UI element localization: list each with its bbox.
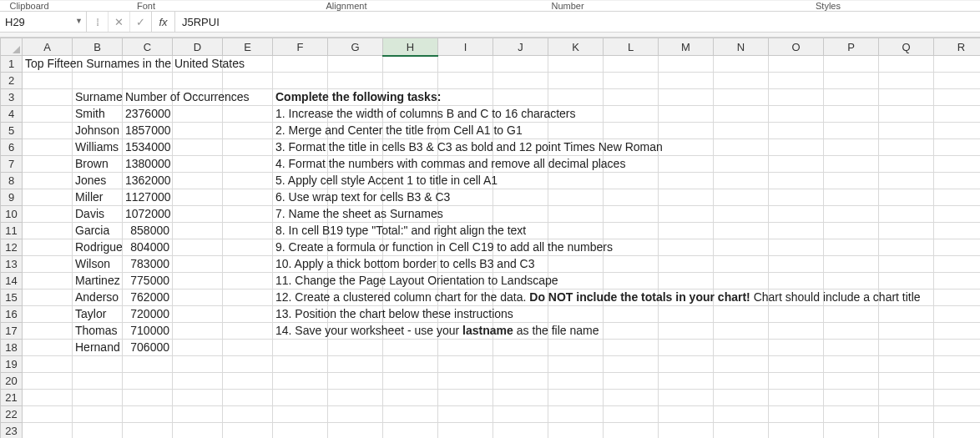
cell-F1[interactable] bbox=[273, 56, 328, 73]
cell-N7[interactable] bbox=[714, 156, 769, 173]
cell-A15[interactable] bbox=[23, 289, 73, 306]
cell-O6[interactable] bbox=[769, 139, 824, 156]
cell-B23[interactable] bbox=[73, 423, 123, 439]
cell-N5[interactable] bbox=[714, 123, 769, 139]
row-header-3[interactable]: 3 bbox=[1, 89, 23, 106]
cell-I10[interactable] bbox=[438, 206, 493, 223]
cell-P3[interactable] bbox=[824, 89, 879, 106]
cell-P2[interactable] bbox=[824, 73, 879, 89]
cell-B13[interactable]: Wilson bbox=[73, 256, 123, 273]
cell-C12[interactable]: 804000 bbox=[123, 239, 173, 256]
cell-J1[interactable] bbox=[493, 56, 548, 73]
cell-J8[interactable] bbox=[493, 173, 548, 189]
column-header-B[interactable]: B bbox=[73, 38, 123, 56]
cell-A6[interactable] bbox=[23, 139, 73, 156]
cell-K2[interactable] bbox=[548, 73, 604, 89]
cell-P9[interactable] bbox=[824, 189, 879, 206]
cell-K10[interactable] bbox=[548, 206, 604, 223]
cell-N21[interactable] bbox=[714, 390, 769, 406]
cell-P8[interactable] bbox=[824, 173, 879, 189]
cell-M18[interactable] bbox=[659, 340, 714, 356]
cell-B11[interactable]: Garcia bbox=[73, 223, 123, 239]
cell-B2[interactable] bbox=[73, 73, 123, 89]
cell-J22[interactable] bbox=[493, 406, 548, 423]
cell-R7[interactable] bbox=[934, 156, 981, 173]
cell-L3[interactable] bbox=[604, 89, 659, 106]
cell-F13[interactable]: 10. Apply a thick bottom border to cells… bbox=[273, 256, 328, 273]
cell-M1[interactable] bbox=[659, 56, 714, 73]
cell-L21[interactable] bbox=[604, 390, 659, 406]
cell-M10[interactable] bbox=[659, 206, 714, 223]
cell-O19[interactable] bbox=[769, 356, 824, 373]
cell-D6[interactable] bbox=[173, 139, 223, 156]
row-header-14[interactable]: 14 bbox=[1, 273, 23, 289]
cell-E11[interactable] bbox=[223, 223, 273, 239]
cell-C5[interactable]: 1857000 bbox=[123, 123, 173, 139]
cell-D21[interactable] bbox=[173, 390, 223, 406]
cell-Q8[interactable] bbox=[879, 173, 934, 189]
cell-L23[interactable] bbox=[604, 423, 659, 439]
cell-M5[interactable] bbox=[659, 123, 714, 139]
cell-L18[interactable] bbox=[604, 340, 659, 356]
cell-F18[interactable] bbox=[273, 340, 328, 356]
cell-H18[interactable] bbox=[383, 340, 438, 356]
cell-D2[interactable] bbox=[173, 73, 223, 89]
cell-F7[interactable]: 4. Format the numbers with commas and re… bbox=[273, 156, 328, 173]
row-header-6[interactable]: 6 bbox=[1, 139, 23, 156]
cell-M3[interactable] bbox=[659, 89, 714, 106]
cell-R18[interactable] bbox=[934, 340, 981, 356]
cell-H20[interactable] bbox=[383, 373, 438, 390]
cell-C11[interactable]: 858000 bbox=[123, 223, 173, 239]
cell-K23[interactable] bbox=[548, 423, 604, 439]
cell-L14[interactable] bbox=[604, 273, 659, 289]
cell-Q5[interactable] bbox=[879, 123, 934, 139]
cell-D8[interactable] bbox=[173, 173, 223, 189]
cell-E9[interactable] bbox=[223, 189, 273, 206]
cell-R16[interactable] bbox=[934, 306, 981, 323]
cell-A13[interactable] bbox=[23, 256, 73, 273]
cell-O7[interactable] bbox=[769, 156, 824, 173]
cell-I21[interactable] bbox=[438, 390, 493, 406]
cell-A7[interactable] bbox=[23, 156, 73, 173]
cell-H23[interactable] bbox=[383, 423, 438, 439]
cell-N11[interactable] bbox=[714, 223, 769, 239]
cell-B3[interactable]: Surname bbox=[73, 89, 123, 106]
cell-L13[interactable] bbox=[604, 256, 659, 273]
cell-J2[interactable] bbox=[493, 73, 548, 89]
cell-R2[interactable] bbox=[934, 73, 981, 89]
cell-Q2[interactable] bbox=[879, 73, 934, 89]
cell-O1[interactable] bbox=[769, 56, 824, 73]
cell-K1[interactable] bbox=[548, 56, 604, 73]
cell-B14[interactable]: Martinez bbox=[73, 273, 123, 289]
cell-E13[interactable] bbox=[223, 256, 273, 273]
cell-L20[interactable] bbox=[604, 373, 659, 390]
cell-I22[interactable] bbox=[438, 406, 493, 423]
cell-K3[interactable] bbox=[548, 89, 604, 106]
cell-K13[interactable] bbox=[548, 256, 604, 273]
cell-R5[interactable] bbox=[934, 123, 981, 139]
cell-B4[interactable]: Smith bbox=[73, 106, 123, 123]
cell-F12[interactable]: 9. Create a formula or function in Cell … bbox=[273, 239, 328, 256]
cell-L2[interactable] bbox=[604, 73, 659, 89]
cell-D20[interactable] bbox=[173, 373, 223, 390]
column-header-Q[interactable]: Q bbox=[879, 38, 934, 56]
cell-L9[interactable] bbox=[604, 189, 659, 206]
cell-L22[interactable] bbox=[604, 406, 659, 423]
cell-M6[interactable] bbox=[659, 139, 714, 156]
cell-Q17[interactable] bbox=[879, 323, 934, 340]
cell-D14[interactable] bbox=[173, 273, 223, 289]
cell-B8[interactable]: Jones bbox=[73, 173, 123, 189]
cell-Q4[interactable] bbox=[879, 106, 934, 123]
cell-E16[interactable] bbox=[223, 306, 273, 323]
cell-O9[interactable] bbox=[769, 189, 824, 206]
cell-C14[interactable]: 775000 bbox=[123, 273, 173, 289]
cell-C15[interactable]: 762000 bbox=[123, 289, 173, 306]
row-header-4[interactable]: 4 bbox=[1, 106, 23, 123]
cell-A23[interactable] bbox=[23, 423, 73, 439]
cell-F10[interactable]: 7. Name the sheet as Surnames bbox=[273, 206, 328, 223]
cell-C3[interactable]: Number of Occurrences bbox=[123, 89, 173, 106]
cell-Q12[interactable] bbox=[879, 239, 934, 256]
cell-B5[interactable]: Johnson bbox=[73, 123, 123, 139]
cell-P10[interactable] bbox=[824, 206, 879, 223]
cell-N9[interactable] bbox=[714, 189, 769, 206]
